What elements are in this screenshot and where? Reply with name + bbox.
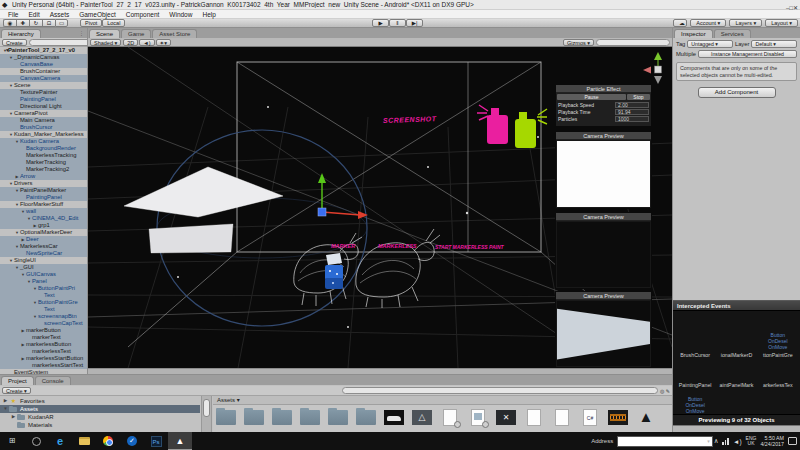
panel-resize-strip[interactable] — [673, 425, 800, 432]
tab-asset-store[interactable]: Asset Store — [152, 29, 197, 38]
hierarchy-item-floormarkerstuff[interactable]: ▼FloorMarkerStuff — [0, 201, 87, 208]
unity-model-asset-icon[interactable]: ▲ — [635, 407, 658, 431]
folder-icon[interactable] — [243, 407, 266, 431]
photoshop-icon[interactable]: Ps — [144, 432, 168, 450]
hierarchy-item-texturepainter[interactable]: TexturePainter — [0, 89, 87, 96]
hierarchy-item-grp1[interactable]: ▶grp1 — [0, 222, 87, 229]
menu-assets[interactable]: Assets — [45, 10, 75, 19]
car-image-asset-icon[interactable] — [383, 407, 406, 431]
hierarchy-item-markerlessstarttext[interactable]: markerlessStartText — [0, 362, 87, 369]
document-asset-icon[interactable] — [551, 407, 574, 431]
menu-edit[interactable]: Edit — [23, 10, 44, 19]
address-input[interactable] — [617, 436, 713, 447]
tab-hierarchy[interactable]: Hierarchy — [1, 29, 41, 38]
project-search-input[interactable] — [342, 387, 658, 394]
hierarchy-item--dynamiccanvas[interactable]: ▼_DynamicCanvas — [0, 54, 87, 61]
hierarchy-item-paintpanelmarker[interactable]: ▼PaintPanelMarker — [0, 187, 87, 194]
hierarchy-item-newspritecar[interactable]: NewSpriteCar — [0, 250, 87, 257]
pause-button[interactable]: ‖ — [389, 19, 406, 27]
volume-icon[interactable]: ◄) — [733, 438, 742, 445]
hierarchy-item-text[interactable]: Text — [0, 292, 87, 299]
hierarchy-menu-icon[interactable]: ⋮ — [79, 28, 87, 38]
project-tree-favorites[interactable]: ▶★Favorites — [0, 397, 200, 405]
hierarchy-item-markerbutton[interactable]: ▶markerButton — [0, 327, 87, 334]
tab-services[interactable]: Services — [714, 29, 751, 38]
hierarchy-item-kudan-marker-markerless[interactable]: ▼Kudan_Marker_Markerless — [0, 131, 87, 138]
add-component-button[interactable]: Add Component — [698, 87, 776, 98]
tab-project[interactable]: Project — [1, 376, 34, 385]
intercepted-object-ttonpaintgre[interactable]: Button OnDesel OnMovettonPaintGre — [758, 313, 798, 359]
menu-window[interactable]: Window — [164, 10, 197, 19]
hierarchy-item-brushcursor[interactable]: BrushCursor — [0, 124, 87, 131]
chrome-icon[interactable] — [96, 432, 120, 450]
play-button[interactable]: ▶ — [372, 19, 389, 27]
hierarchy-item-deer[interactable]: ▶Deer — [0, 236, 87, 243]
screenshot-asset-icon[interactable] — [467, 407, 490, 431]
toggle-2d[interactable]: 2D — [123, 39, 138, 46]
painter-character-object[interactable] — [325, 253, 343, 289]
start-button[interactable]: ⊞ — [0, 432, 24, 450]
local-toggle-button[interactable]: Local — [102, 19, 125, 27]
sync-app-icon[interactable]: ✓ — [120, 432, 144, 450]
hierarchy-item-screencaptext[interactable]: screenCapText — [0, 320, 87, 327]
hierarchy-item-guicanvas[interactable]: ▼GUICanvas — [0, 271, 87, 278]
intercepted-object-brushcursor[interactable]: BrushCursor — [675, 313, 715, 359]
folder-icon[interactable] — [355, 407, 378, 431]
file-explorer-icon[interactable] — [72, 432, 96, 450]
hierarchy-item-singleui[interactable]: ▼SingleUI — [0, 257, 87, 264]
menu-file[interactable]: File — [3, 10, 23, 19]
hierarchy-item-paintingpanel[interactable]: PaintingPanel — [0, 194, 87, 201]
hierarchy-item-text[interactable]: Text — [0, 306, 87, 313]
gizmos-dropdown[interactable]: Gizmos ▾ — [563, 39, 594, 46]
address-dropdown-arrow[interactable]: ▾ — [707, 438, 710, 444]
intercepted-object-aintpanelmark[interactable]: aintPanelMark — [716, 359, 756, 389]
assets-breadcrumb[interactable]: Assets ▾ — [213, 396, 672, 405]
canvas-plane-small[interactable] — [149, 224, 233, 253]
cloud-button[interactable]: ☁ — [673, 19, 687, 27]
hierarchy-item-drivers[interactable]: ▼Drivers — [0, 180, 87, 187]
scene-audio-toggle[interactable]: ◄) — [139, 39, 154, 46]
particles-value[interactable]: 1000 — [615, 116, 649, 122]
hierarchy-item-markerlessstartbutton[interactable]: ▶markerlessStartButton — [0, 355, 87, 362]
project-tree-assets[interactable]: ▼Assets — [0, 405, 200, 413]
menu-component[interactable]: Component — [121, 10, 165, 19]
unity-taskbar-icon[interactable]: ▲ — [168, 432, 192, 450]
layers-dropdown[interactable]: Layers ▾ — [729, 19, 762, 27]
project-tree-materials[interactable]: Materials — [0, 421, 200, 429]
hierarchy-create-button[interactable]: Create ▾ — [2, 39, 27, 46]
action-center-icon[interactable] — [788, 437, 797, 445]
unity-package-asset-icon[interactable]: △ — [411, 407, 434, 431]
hand-tool[interactable]: ◉ — [3, 19, 16, 27]
hierarchy-item-markertracking[interactable]: MarkerTracking — [0, 159, 87, 166]
layout-dropdown[interactable]: Layout ▾ — [765, 19, 798, 27]
folder-icon[interactable] — [271, 407, 294, 431]
hierarchy-item-canvasbase[interactable]: CanvasBase — [0, 61, 87, 68]
hierarchy-item-buttonpaintgre[interactable]: ▼ButtonPaintGre — [0, 299, 87, 306]
audio-clip-asset-icon[interactable] — [607, 407, 630, 431]
hierarchy-item-markertracking2[interactable]: MarkerTracking2 — [0, 166, 87, 173]
playback-speed-value[interactable]: 2.00 — [615, 102, 649, 108]
folder-icon[interactable] — [327, 407, 350, 431]
hierarchy-item-markerlesscar[interactable]: ▼MarkerlessCar — [0, 243, 87, 250]
particle-pause-button[interactable]: Pause — [557, 94, 626, 100]
hierarchy-search-input[interactable] — [29, 39, 88, 46]
hierarchy-item-camerapivot[interactable]: ▼CameraPivot — [0, 110, 87, 117]
hierarchy-item-markerlesstext[interactable]: markerlessText — [0, 348, 87, 355]
hierarchy-item-arrow[interactable]: ▶Arrow — [0, 173, 87, 180]
rect-tool[interactable]: ▭ — [55, 19, 68, 27]
hierarchy-item-buttonpaintpri[interactable]: ▼ButtonPaintPri — [0, 285, 87, 292]
menu-help[interactable]: Help — [197, 10, 220, 19]
playback-time-value[interactable]: 91.94 — [615, 109, 649, 115]
scissors-image-asset-icon[interactable]: ✕ — [495, 407, 518, 431]
step-button[interactable]: ▶| — [406, 19, 423, 27]
hierarchy-item-paintingpanel[interactable]: PaintingPanel — [0, 96, 87, 103]
intercepted-object-arkerlesstex[interactable]: arkerlessTex — [758, 359, 798, 389]
rotate-tool[interactable]: ↻ — [29, 19, 42, 27]
hierarchy-item-cinema-4d-edit[interactable]: ▼CINEMA_4D_Edit — [0, 215, 87, 222]
hierarchy-item-screensnapbtn[interactable]: ▼screensnapBtn — [0, 313, 87, 320]
edge-icon[interactable]: e — [48, 432, 72, 450]
network-icon[interactable] — [722, 438, 729, 445]
tray-chevron-icon[interactable]: ∧ — [714, 437, 719, 445]
hierarchy-item-directional-light[interactable]: Directional Light — [0, 103, 87, 110]
hierarchy-item--gui[interactable]: ▼_GUI — [0, 264, 87, 271]
